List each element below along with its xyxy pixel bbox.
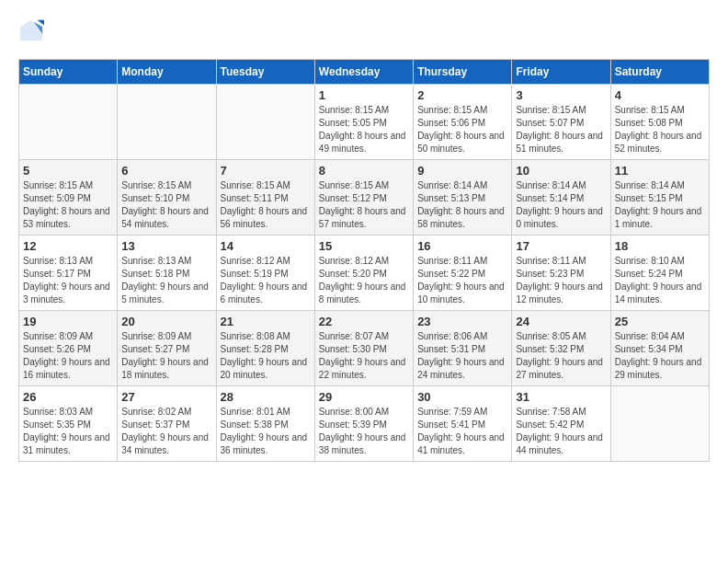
day-number: 11 (615, 164, 705, 178)
day-number: 21 (221, 315, 311, 328)
logo (18, 18, 50, 44)
weekday-header: Wednesday (314, 60, 413, 85)
calendar-cell: 10Sunrise: 8:14 AM Sunset: 5:14 PM Dayli… (512, 160, 610, 236)
calendar-cell: 14Sunrise: 8:12 AM Sunset: 5:19 PM Dayli… (216, 236, 314, 311)
day-detail: Sunrise: 8:07 AM Sunset: 5:30 PM Dayligh… (319, 330, 409, 382)
calendar-cell: 29Sunrise: 8:00 AM Sunset: 5:39 PM Dayli… (314, 386, 413, 462)
day-number: 9 (417, 164, 507, 178)
day-number: 7 (221, 164, 311, 178)
calendar-cell: 12Sunrise: 8:13 AM Sunset: 5:17 PM Dayli… (19, 236, 118, 311)
day-detail: Sunrise: 8:12 AM Sunset: 5:20 PM Dayligh… (319, 255, 409, 306)
day-detail: Sunrise: 8:10 AM Sunset: 5:24 PM Dayligh… (615, 255, 705, 306)
day-detail: Sunrise: 8:05 AM Sunset: 5:32 PM Dayligh… (516, 330, 606, 382)
calendar-table: SundayMondayTuesdayWednesdayThursdayFrid… (18, 59, 710, 462)
calendar-cell: 5Sunrise: 8:15 AM Sunset: 5:09 PM Daylig… (19, 160, 118, 236)
calendar-cell: 20Sunrise: 8:09 AM Sunset: 5:27 PM Dayli… (118, 311, 216, 386)
day-detail: Sunrise: 8:14 AM Sunset: 5:13 PM Dayligh… (417, 179, 507, 231)
day-number: 25 (615, 315, 705, 328)
day-number: 28 (221, 390, 311, 404)
day-number: 1 (319, 88, 409, 102)
logo-icon (18, 18, 44, 44)
calendar-cell: 7Sunrise: 8:15 AM Sunset: 5:11 PM Daylig… (216, 160, 314, 236)
day-detail: Sunrise: 8:15 AM Sunset: 5:05 PM Dayligh… (319, 104, 409, 155)
day-detail: Sunrise: 8:04 AM Sunset: 5:34 PM Dayligh… (615, 330, 705, 382)
weekday-header: Tuesday (216, 60, 314, 85)
calendar-cell: 31Sunrise: 7:58 AM Sunset: 5:42 PM Dayli… (512, 386, 610, 462)
calendar-cell: 4Sunrise: 8:15 AM Sunset: 5:08 PM Daylig… (610, 85, 709, 160)
weekday-header: Thursday (414, 60, 512, 85)
weekday-header: Friday (512, 60, 610, 85)
day-number: 19 (23, 315, 113, 328)
calendar-cell: 30Sunrise: 7:59 AM Sunset: 5:41 PM Dayli… (414, 386, 512, 462)
day-number: 30 (417, 390, 507, 404)
day-detail: Sunrise: 8:09 AM Sunset: 5:26 PM Dayligh… (23, 330, 113, 382)
day-number: 29 (319, 390, 409, 404)
day-detail: Sunrise: 8:01 AM Sunset: 5:38 PM Dayligh… (221, 406, 311, 457)
calendar-cell: 24Sunrise: 8:05 AM Sunset: 5:32 PM Dayli… (512, 311, 610, 386)
day-number: 22 (319, 315, 409, 328)
calendar-cell: 23Sunrise: 8:06 AM Sunset: 5:31 PM Dayli… (414, 311, 512, 386)
calendar-cell (610, 386, 709, 462)
day-number: 17 (516, 239, 606, 253)
calendar-cell: 13Sunrise: 8:13 AM Sunset: 5:18 PM Dayli… (118, 236, 216, 311)
day-detail: Sunrise: 8:15 AM Sunset: 5:12 PM Dayligh… (319, 179, 409, 231)
calendar-cell (216, 85, 314, 160)
day-detail: Sunrise: 8:00 AM Sunset: 5:39 PM Dayligh… (319, 406, 409, 457)
calendar-week-row: 19Sunrise: 8:09 AM Sunset: 5:26 PM Dayli… (19, 311, 710, 386)
day-number: 18 (615, 239, 705, 253)
calendar-week-row: 12Sunrise: 8:13 AM Sunset: 5:17 PM Dayli… (19, 236, 710, 311)
calendar-cell: 16Sunrise: 8:11 AM Sunset: 5:22 PM Dayli… (414, 236, 512, 311)
day-detail: Sunrise: 8:12 AM Sunset: 5:19 PM Dayligh… (221, 255, 311, 306)
calendar-cell: 27Sunrise: 8:02 AM Sunset: 5:37 PM Dayli… (118, 386, 216, 462)
weekday-header: Saturday (610, 60, 709, 85)
calendar-cell: 28Sunrise: 8:01 AM Sunset: 5:38 PM Dayli… (216, 386, 314, 462)
day-number: 27 (121, 390, 211, 404)
day-detail: Sunrise: 8:15 AM Sunset: 5:09 PM Dayligh… (23, 179, 113, 231)
day-detail: Sunrise: 8:15 AM Sunset: 5:08 PM Dayligh… (615, 104, 705, 155)
day-detail: Sunrise: 8:13 AM Sunset: 5:17 PM Dayligh… (23, 255, 113, 306)
calendar-cell: 1Sunrise: 8:15 AM Sunset: 5:05 PM Daylig… (314, 85, 413, 160)
day-detail: Sunrise: 8:15 AM Sunset: 5:06 PM Dayligh… (417, 104, 507, 155)
calendar-cell: 3Sunrise: 8:15 AM Sunset: 5:07 PM Daylig… (512, 85, 610, 160)
calendar-cell: 6Sunrise: 8:15 AM Sunset: 5:10 PM Daylig… (118, 160, 216, 236)
day-number: 20 (121, 315, 211, 328)
page-header (18, 18, 710, 44)
day-number: 24 (516, 315, 606, 328)
calendar-cell: 26Sunrise: 8:03 AM Sunset: 5:35 PM Dayli… (19, 386, 118, 462)
calendar-cell: 9Sunrise: 8:14 AM Sunset: 5:13 PM Daylig… (414, 160, 512, 236)
day-number: 4 (615, 88, 705, 102)
day-number: 13 (121, 239, 211, 253)
calendar-cell: 15Sunrise: 8:12 AM Sunset: 5:20 PM Dayli… (314, 236, 413, 311)
day-number: 2 (417, 88, 507, 102)
day-number: 16 (417, 239, 507, 253)
day-detail: Sunrise: 8:02 AM Sunset: 5:37 PM Dayligh… (121, 406, 211, 457)
calendar-cell: 21Sunrise: 8:08 AM Sunset: 5:28 PM Dayli… (216, 311, 314, 386)
svg-marker-0 (20, 20, 42, 40)
day-number: 3 (516, 88, 606, 102)
weekday-header: Sunday (19, 60, 118, 85)
day-number: 23 (417, 315, 507, 328)
calendar-cell: 25Sunrise: 8:04 AM Sunset: 5:34 PM Dayli… (610, 311, 709, 386)
calendar-week-row: 26Sunrise: 8:03 AM Sunset: 5:35 PM Dayli… (19, 386, 710, 462)
calendar-week-row: 5Sunrise: 8:15 AM Sunset: 5:09 PM Daylig… (19, 160, 710, 236)
calendar-cell: 11Sunrise: 8:14 AM Sunset: 5:15 PM Dayli… (610, 160, 709, 236)
day-detail: Sunrise: 8:06 AM Sunset: 5:31 PM Dayligh… (417, 330, 507, 382)
day-number: 12 (23, 239, 113, 253)
day-detail: Sunrise: 8:11 AM Sunset: 5:23 PM Dayligh… (516, 255, 606, 306)
day-detail: Sunrise: 8:09 AM Sunset: 5:27 PM Dayligh… (121, 330, 211, 382)
calendar-cell (118, 85, 216, 160)
day-detail: Sunrise: 7:59 AM Sunset: 5:41 PM Dayligh… (417, 406, 507, 457)
calendar-cell: 2Sunrise: 8:15 AM Sunset: 5:06 PM Daylig… (414, 85, 512, 160)
day-number: 8 (319, 164, 409, 178)
weekday-header-row: SundayMondayTuesdayWednesdayThursdayFrid… (19, 60, 710, 85)
calendar-cell: 17Sunrise: 8:11 AM Sunset: 5:23 PM Dayli… (512, 236, 610, 311)
day-number: 26 (23, 390, 113, 404)
day-detail: Sunrise: 7:58 AM Sunset: 5:42 PM Dayligh… (516, 406, 606, 457)
day-detail: Sunrise: 8:15 AM Sunset: 5:10 PM Dayligh… (121, 179, 211, 231)
day-number: 6 (121, 164, 211, 178)
day-detail: Sunrise: 8:14 AM Sunset: 5:15 PM Dayligh… (615, 179, 705, 231)
day-detail: Sunrise: 8:11 AM Sunset: 5:22 PM Dayligh… (417, 255, 507, 306)
day-number: 31 (516, 390, 606, 404)
day-number: 15 (319, 239, 409, 253)
day-detail: Sunrise: 8:15 AM Sunset: 5:11 PM Dayligh… (221, 179, 311, 231)
